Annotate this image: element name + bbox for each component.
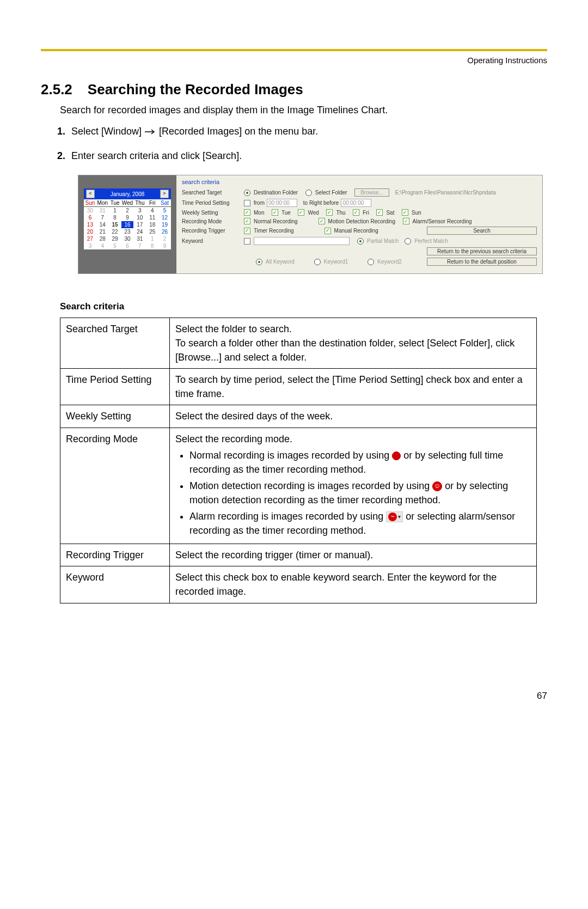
radio-partial[interactable]	[357, 238, 364, 245]
label-keyword: Keyword	[182, 238, 242, 244]
radio-dest-folder-label: Destination Folder	[254, 190, 298, 196]
list-item: Motion detection recording is images rec…	[189, 479, 531, 507]
rlbl-kw2: Keyword2	[377, 259, 401, 265]
calendar-widget[interactable]: < January, 2008 > Sun Mon Tue Wed Thu Fr…	[84, 188, 171, 249]
mode-b1a: Normal recording is images recorded by u…	[189, 450, 392, 461]
cal-dh-thu: Thu	[133, 199, 146, 207]
cell-target-r: Select the folder to search. To search a…	[170, 318, 537, 369]
checkbox-wed[interactable]	[298, 209, 304, 216]
checkbox-thu[interactable]	[326, 209, 333, 216]
section-number: 2.5.2	[41, 81, 72, 98]
checkbox-time-period[interactable]	[244, 200, 250, 206]
checkbox-sat[interactable]	[376, 209, 383, 216]
screenshot-search-criteria: < January, 2008 > Sun Mon Tue Wed Thu Fr…	[78, 175, 543, 274]
table-row: Keyword Select this check box to enable …	[60, 566, 537, 603]
cell-trig-r: Select the recording trigger (timer or m…	[170, 544, 537, 566]
radio-select-folder[interactable]	[305, 190, 312, 196]
tlbl-manual: Manual Recording	[334, 228, 378, 234]
calendar-prev-button[interactable]: <	[86, 190, 95, 198]
cell-time-r: To search by time period, select the [Ti…	[170, 369, 537, 405]
section-heading: 2.5.2Searching the Recorded Images	[41, 81, 547, 98]
wlbl-wed: Wed	[308, 210, 318, 216]
cell-target-l: Searched Target	[60, 318, 170, 369]
path-text: E:\Program Files\Panasonic\NcrShpndata	[395, 190, 496, 196]
section-title: Searching the Recorded Images	[88, 81, 303, 97]
step-2: Enter search criteria and click [Search]…	[68, 150, 547, 162]
mlbl-motion: Motion Detection Recording	[328, 218, 395, 224]
cal-dh-sat: Sat	[158, 199, 171, 207]
rlbl-kw1: Keyword1	[324, 259, 348, 265]
radio-dest-folder[interactable]	[244, 190, 250, 196]
radio-kw1[interactable]	[314, 259, 321, 265]
section-intro: Search for recorded images and display t…	[60, 105, 547, 116]
rlbl-allkw: All Keyword	[266, 259, 295, 265]
calendar-next-button[interactable]: >	[160, 190, 169, 198]
label-rec-mode: Recording Mode	[182, 218, 242, 224]
radio-kw2[interactable]	[367, 259, 374, 265]
wlbl-sat: Sat	[386, 210, 394, 216]
cell-mode-l: Recording Mode	[60, 428, 170, 544]
mode-intro: Select the recording mode.	[175, 434, 292, 444]
return-prev-button[interactable]: Return to the previous search criteria	[427, 247, 537, 255]
panel-title: search criteria	[182, 179, 537, 185]
from-label: from	[254, 200, 265, 206]
alarm-icon: ~▾	[386, 511, 403, 522]
browse-button[interactable]: Browse...	[354, 188, 389, 197]
calendar-month-label: January, 2008	[111, 191, 145, 197]
rlbl-partial: Partial Match	[367, 238, 399, 244]
wlbl-thu: Thu	[336, 210, 345, 216]
wlbl-fri: Fri	[363, 210, 369, 216]
radio-all-kw[interactable]	[256, 259, 262, 265]
motion-icon: ☺	[432, 481, 442, 491]
search-button[interactable]: Search	[427, 227, 537, 235]
tlbl-timer: Timer Recording	[254, 228, 294, 234]
return-default-button[interactable]: Return to the default position	[427, 258, 537, 266]
wlbl-tue: Tue	[281, 210, 291, 216]
step-1-text-b: [Recorded Images] on the menu bar.	[159, 126, 318, 137]
keyword-input[interactable]	[254, 237, 350, 245]
step-1: Select [Window] [Recorded Images] on the…	[68, 126, 547, 137]
cal-dh-mon: Mon	[96, 199, 109, 207]
checkbox-mon[interactable]	[244, 209, 250, 216]
cal-dh-tue: Tue	[109, 199, 121, 207]
label-searched-target: Searched Target	[182, 190, 242, 196]
checkbox-manual[interactable]	[324, 228, 331, 234]
checkbox-timer[interactable]	[244, 228, 250, 234]
checkbox-keyword[interactable]	[244, 238, 250, 245]
checkbox-motion[interactable]	[318, 218, 325, 224]
label-time-period: Time Period Setting	[182, 200, 242, 206]
radio-perfect[interactable]	[405, 238, 411, 245]
cell-kw-r: Select this check box to enable keyword …	[170, 566, 537, 603]
table-row: Searched Target Select the folder to sea…	[60, 318, 537, 369]
label-rec-trigger: Recording Trigger	[182, 228, 242, 234]
time-to-input[interactable]: 00:00:00	[341, 199, 371, 207]
list-item: Alarm recording is images recorded by us…	[189, 509, 531, 538]
radio-select-folder-label: Select Folder	[315, 190, 347, 196]
time-from-input[interactable]: 00:00:00	[267, 199, 297, 207]
to-label: to Right before	[303, 200, 339, 206]
wlbl-sun: Sun	[412, 210, 421, 216]
table-heading: Search criteria	[60, 301, 547, 312]
record-icon	[392, 452, 401, 460]
checkbox-sun[interactable]	[402, 209, 408, 216]
list-item: Normal recording is images recorded by u…	[189, 448, 531, 477]
cal-dh-sun: Sun	[84, 199, 96, 207]
cal-dh-wed: Wed	[121, 199, 134, 207]
table-row: Weekly Setting Select the desired days o…	[60, 405, 537, 428]
checkbox-alarm[interactable]	[403, 218, 409, 224]
checkbox-tue[interactable]	[272, 209, 278, 216]
mode-b2a: Motion detection recording is images rec…	[189, 480, 432, 491]
cell-time-l: Time Period Setting	[60, 369, 170, 405]
label-weekly: Weekly Setting	[182, 210, 242, 216]
mode-b3a: Alarm recording is images recorded by us…	[189, 511, 386, 522]
table-row: Time Period Setting To search by time pe…	[60, 369, 537, 405]
cell-week-l: Weekly Setting	[60, 405, 170, 428]
checkbox-fri[interactable]	[353, 209, 359, 216]
rlbl-perfect: Perfect Match	[414, 238, 448, 244]
mlbl-alarm: Alarm/Sensor Recording	[413, 218, 472, 224]
cal-dh-fri: Fri	[146, 199, 158, 207]
criteria-table: Searched Target Select the folder to sea…	[60, 318, 537, 603]
checkbox-normal[interactable]	[244, 218, 250, 224]
cell-week-r: Select the desired days of the week.	[170, 405, 537, 428]
table-row: Recording Mode Select the recording mode…	[60, 428, 537, 544]
